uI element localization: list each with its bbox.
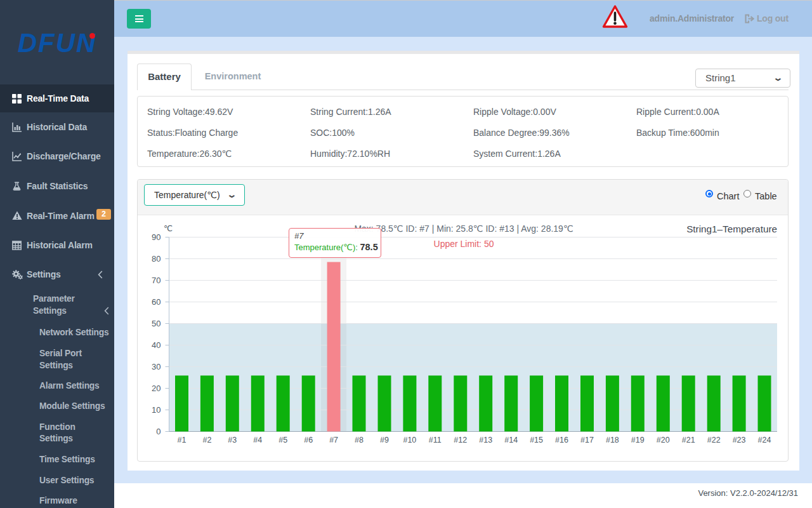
svg-text:Max: 78.5℃ ID: #7 | Min: 25.8℃: Max: 78.5℃ ID: #7 | Min: 25.8℃ ID: #13 |… xyxy=(354,224,573,234)
svg-text:#8: #8 xyxy=(355,436,363,444)
svg-text:#15: #15 xyxy=(530,436,543,444)
svg-text:70: 70 xyxy=(152,275,160,284)
svg-text:#18: #18 xyxy=(606,436,619,444)
svg-text:#11: #11 xyxy=(429,436,442,444)
svg-text:90: 90 xyxy=(152,232,160,241)
svg-text:0: 0 xyxy=(156,426,160,436)
svg-text:Upper Limit: 50: Upper Limit: 50 xyxy=(434,239,494,249)
svg-text:℃: ℃ xyxy=(164,224,173,233)
svg-text:#3: #3 xyxy=(228,436,237,444)
svg-text:80: 80 xyxy=(152,253,160,263)
svg-text:String1–Temperature: String1–Temperature xyxy=(686,223,777,234)
svg-text:#17: #17 xyxy=(580,436,594,444)
svg-text:#23: #23 xyxy=(733,436,746,444)
svg-text:#10: #10 xyxy=(403,436,416,444)
svg-text:60: 60 xyxy=(152,297,160,306)
svg-text:#19: #19 xyxy=(631,436,645,444)
svg-text:#16: #16 xyxy=(555,436,568,444)
svg-text:#1: #1 xyxy=(178,436,187,444)
svg-text:30: 30 xyxy=(152,361,160,371)
svg-text:40: 40 xyxy=(152,340,160,349)
svg-text:#4: #4 xyxy=(253,436,262,444)
svg-text:#7: #7 xyxy=(329,436,338,444)
svg-text:#24: #24 xyxy=(758,436,771,444)
svg-text:#21: #21 xyxy=(682,436,695,444)
svg-text:50: 50 xyxy=(152,318,160,328)
svg-text:#2: #2 xyxy=(202,436,211,444)
svg-text:#12: #12 xyxy=(454,436,467,444)
svg-text:20: 20 xyxy=(152,383,160,392)
svg-text:#5: #5 xyxy=(278,436,287,444)
svg-text:#20: #20 xyxy=(657,436,670,444)
svg-text:10: 10 xyxy=(152,404,160,414)
svg-text:#13: #13 xyxy=(479,436,492,444)
svg-text:#6: #6 xyxy=(304,436,313,444)
svg-text:#22: #22 xyxy=(707,436,721,444)
svg-text:#9: #9 xyxy=(380,436,389,444)
svg-text:#14: #14 xyxy=(504,436,518,444)
